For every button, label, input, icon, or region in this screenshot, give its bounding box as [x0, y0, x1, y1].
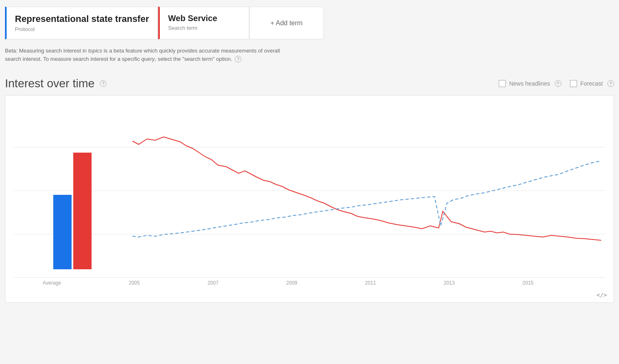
avg-bar-red [73, 153, 92, 269]
section-title-text: Interest over time [5, 77, 94, 90]
x-label-2009: 2009 [286, 280, 297, 286]
beta-description: Beta: Measuring search interest in topic… [0, 43, 290, 65]
term-card-2[interactable]: Web Service Search term [158, 7, 249, 39]
legend-news-box [499, 80, 506, 87]
x-label-2013: 2013 [444, 280, 455, 286]
embed-icon[interactable]: </> [597, 292, 607, 298]
beta-help-icon[interactable]: ? [235, 56, 241, 62]
x-label-2007: 2007 [207, 280, 219, 286]
x-label-2015: 2015 [523, 280, 534, 286]
x-label-avg: Average [43, 280, 61, 286]
section-title-area: Interest over time ? [5, 77, 106, 90]
term-card-1[interactable]: Representational state transfer Protocol [5, 7, 158, 39]
section-header: Interest over time ? News headlines ? Fo… [0, 65, 619, 95]
legend-news-label: News headlines [509, 80, 550, 87]
red-line [132, 137, 601, 240]
legend-forecast-help-icon[interactable]: ? [607, 80, 614, 87]
x-label-2005: 2005 [129, 280, 140, 286]
term-1-title: Representational state transfer [15, 14, 149, 24]
term-2-title: Web Service [168, 14, 241, 23]
x-axis: Average 2005 2007 2009 2011 2013 2015 [14, 278, 605, 286]
legend-news-headlines: News headlines ? [499, 80, 561, 87]
term-1-subtitle: Protocol [15, 26, 149, 32]
legend-forecast-label: Forecast [580, 80, 603, 87]
section-help-icon[interactable]: ? [100, 80, 106, 87]
term-2-subtitle: Search term [168, 25, 241, 31]
avg-bar-blue [53, 195, 72, 269]
chart-area [14, 104, 605, 278]
legend-forecast-box [570, 80, 577, 87]
blue-dashed-line [132, 161, 601, 237]
term-cards-row: Representational state transfer Protocol… [0, 0, 619, 43]
legend-area: News headlines ? Forecast ? [499, 80, 614, 87]
legend-forecast: Forecast ? [570, 80, 614, 87]
x-label-2011: 2011 [365, 280, 376, 286]
legend-news-help-icon[interactable]: ? [555, 80, 561, 87]
chart-svg [14, 104, 605, 278]
add-term-button[interactable]: + Add term [249, 7, 324, 39]
chart-container: Average 2005 2007 2009 2011 2013 2015 </… [5, 95, 614, 303]
